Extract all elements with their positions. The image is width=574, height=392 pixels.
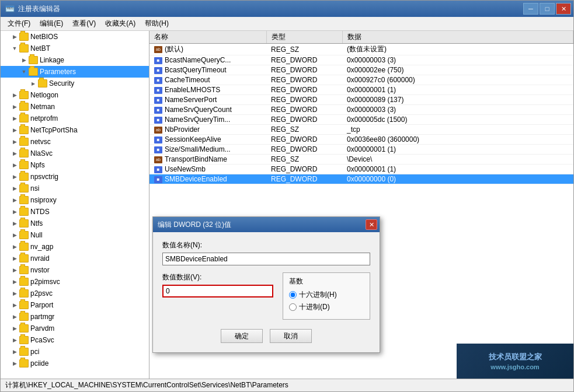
folder-icon xyxy=(19,33,29,41)
dialog-content: 数值名称(N): 数值数据(V): 基数 十六进制(H) xyxy=(153,232,380,352)
expander[interactable]: ▶ xyxy=(10,184,19,193)
close-button[interactable]: ✕ xyxy=(556,3,571,15)
expander[interactable]: ▶ xyxy=(10,359,19,368)
tree-label-netbt: NetBT xyxy=(30,44,50,52)
expander[interactable]: ▶ xyxy=(10,137,19,146)
tree-item-p2psvc[interactable]: ▶ p2psvc xyxy=(1,288,149,299)
dialog-cancel-button[interactable]: 取消 xyxy=(270,329,312,343)
expander[interactable]: ▶ xyxy=(10,347,19,356)
expander[interactable]: ▶ xyxy=(10,254,19,263)
tree-item-linkage[interactable]: ▶ Linkage xyxy=(1,54,149,66)
expander[interactable]: ▶ xyxy=(10,219,19,228)
expander-linkage[interactable]: ▶ xyxy=(19,55,29,65)
table-row[interactable]: ■CacheTimeoutREG_DWORD0x000927c0 (600000… xyxy=(149,75,573,85)
tree-item-parvdm[interactable]: ▶ Parvdm xyxy=(1,323,149,334)
expander-parameters[interactable]: ▼ xyxy=(19,67,29,76)
radio-dec[interactable] xyxy=(289,303,297,311)
table-row[interactable]: ab(默认)REG_SZ(数值未设置) xyxy=(149,44,573,55)
expander[interactable]: ▶ xyxy=(10,90,19,100)
expander-security[interactable]: ▶ xyxy=(29,79,38,88)
table-row[interactable]: ■NameSrvQueryCountREG_DWORD0x00000003 (3… xyxy=(149,105,573,115)
dialog-ok-button[interactable]: 确定 xyxy=(221,329,263,343)
tree-item-parameters[interactable]: ▼ Parameters xyxy=(1,66,149,78)
tree-item-nettcpportsha[interactable]: ▶ NetTcpPortSha xyxy=(1,124,149,136)
expander[interactable]: ▶ xyxy=(10,172,19,181)
tree-item-nv-agp[interactable]: ▶ nv_agp xyxy=(1,241,149,253)
tree-item-ntfs[interactable]: ▶ Ntfs xyxy=(1,218,149,229)
tree-item-netlogon[interactable]: ▶ Netlogon xyxy=(1,89,149,101)
tree-item-nvraid[interactable]: ▶ nvraid xyxy=(1,253,149,264)
menu-help[interactable]: 帮助(H) xyxy=(140,18,173,30)
expander[interactable]: ▶ xyxy=(10,102,19,111)
dialog-data-input[interactable] xyxy=(162,285,273,298)
expander[interactable]: ▶ xyxy=(10,312,19,321)
tree-item-security[interactable]: ▶ Security xyxy=(1,78,149,89)
col-name[interactable]: 名称 xyxy=(149,31,266,44)
tree-item-nsi[interactable]: ▶ nsi xyxy=(1,183,149,194)
menu-favorites[interactable]: 收藏夹(A) xyxy=(100,18,140,30)
tree-item-npfs[interactable]: ▶ Npfs xyxy=(1,159,149,171)
dialog-name-input[interactable] xyxy=(162,253,370,265)
expander[interactable]: ▶ xyxy=(10,125,19,135)
tree-item-pcasvc[interactable]: ▶ PcaSvc xyxy=(1,334,149,346)
tree-item-nlasvc[interactable]: ▶ NlaSvc xyxy=(1,148,149,159)
tree-panel[interactable]: ▶ NetBIOS ▼ NetBT ▶ Linkage xyxy=(1,31,149,379)
table-row[interactable]: ■UseNewSmbREG_DWORD0x00000001 (1) xyxy=(149,164,573,174)
tree-item-null[interactable]: ▶ Null xyxy=(1,229,149,241)
tree-item-p2pimsvc[interactable]: ▶ p2pimsvc xyxy=(1,276,149,288)
folder-icon xyxy=(19,184,29,192)
table-row[interactable]: ■Size/Small/Medium...REG_DWORD0x00000001… xyxy=(149,145,573,155)
table-row[interactable]: abNbProviderREG_SZ_tcp xyxy=(149,125,573,135)
expander[interactable]: ▶ xyxy=(10,114,19,123)
menu-file[interactable]: 文件(F) xyxy=(3,18,35,30)
menu-edit[interactable]: 编辑(E) xyxy=(35,18,68,30)
minimize-button[interactable]: ─ xyxy=(523,3,538,15)
expander[interactable]: ▶ xyxy=(10,324,19,333)
table-row[interactable]: ■NameSrvQueryTim...REG_DWORD0x000005dc (… xyxy=(149,115,573,125)
col-data[interactable]: 数据 xyxy=(342,31,573,44)
tree-item-pciide[interactable]: ▶ pciide xyxy=(1,358,149,369)
expander[interactable]: ▶ xyxy=(10,195,19,205)
tree-item-netbt[interactable]: ▼ NetBT xyxy=(1,43,149,54)
tree-item-netman[interactable]: ▶ Netman xyxy=(1,101,149,113)
expander[interactable]: ▶ xyxy=(10,207,19,216)
table-row[interactable]: ■SMBDeviceEnabledREG_DWORD0x00000000 (0) xyxy=(149,174,573,184)
expander[interactable]: ▶ xyxy=(10,149,19,158)
expander[interactable]: ▶ xyxy=(10,289,19,298)
dialog-close-button[interactable]: ✕ xyxy=(366,219,377,230)
dword-icon: ■ xyxy=(154,166,162,173)
expander-netbios[interactable]: ▶ xyxy=(10,32,19,41)
col-type[interactable]: 类型 xyxy=(266,31,342,44)
tree-item-nsiproxy[interactable]: ▶ nsiproxy xyxy=(1,194,149,206)
expander[interactable]: ▶ xyxy=(10,265,19,275)
cell-name: abTransportBindName xyxy=(149,155,266,164)
tree-item-netprofm[interactable]: ▶ netprofm xyxy=(1,113,149,124)
expander[interactable]: ▶ xyxy=(10,277,19,286)
tree-item-pci[interactable]: ▶ pci xyxy=(1,346,149,358)
table-row[interactable]: abTransportBindNameREG_SZ\Device\ xyxy=(149,155,573,164)
cell-data: 0x0036ee80 (3600000) xyxy=(342,135,573,145)
expander[interactable]: ▶ xyxy=(10,300,19,310)
tree-item-parport[interactable]: ▶ Parport xyxy=(1,299,149,311)
expander[interactable]: ▶ xyxy=(10,160,19,170)
tree-item-netbios[interactable]: ▶ NetBIOS xyxy=(1,31,149,43)
radio-hex[interactable] xyxy=(289,291,297,299)
table-row[interactable]: ■SessionKeepAliveREG_DWORD0x0036ee80 (36… xyxy=(149,135,573,145)
table-row[interactable]: ■EnableLMHOSTSREG_DWORD0x00000001 (1) xyxy=(149,85,573,95)
table-row[interactable]: ■BcastNameQueryC...REG_DWORD0x00000003 (… xyxy=(149,55,573,65)
table-row[interactable]: ■BcastQueryTimeoutREG_DWORD0x000002ee (7… xyxy=(149,65,573,75)
expander[interactable]: ▶ xyxy=(10,230,19,240)
expander[interactable]: ▶ xyxy=(10,335,19,345)
menu-view[interactable]: 查看(V) xyxy=(68,18,100,30)
maximize-button[interactable]: □ xyxy=(540,3,555,15)
tree-item-ntds[interactable]: ▶ NTDS xyxy=(1,206,149,218)
menu-bar: 文件(F) 编辑(E) 查看(V) 收藏夹(A) 帮助(H) xyxy=(1,17,573,31)
tree-item-nvstor[interactable]: ▶ nvstor xyxy=(1,264,149,276)
table-row[interactable]: ■NameServerPortREG_DWORD0x00000089 (137) xyxy=(149,95,573,105)
tree-item-netvsc[interactable]: ▶ netvsc xyxy=(1,136,149,148)
folder-icon xyxy=(19,126,29,134)
tree-item-partmgr[interactable]: ▶ partmgr xyxy=(1,311,149,323)
expander[interactable]: ▶ xyxy=(10,242,19,251)
expander-netbt[interactable]: ▼ xyxy=(10,44,19,53)
tree-item-npsvctrig[interactable]: ▶ npsvctrig xyxy=(1,171,149,183)
